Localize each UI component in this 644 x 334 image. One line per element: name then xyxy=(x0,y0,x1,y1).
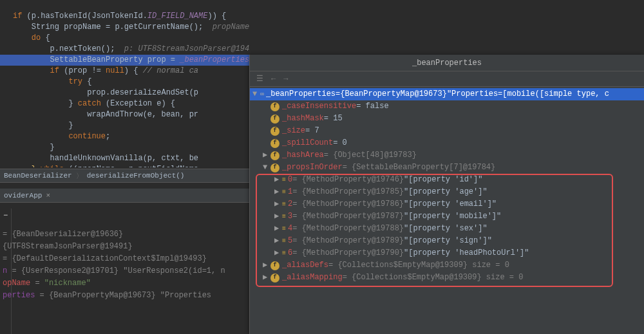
chevron-right-icon[interactable]: ▶ xyxy=(274,235,282,247)
code-token: continue xyxy=(13,132,106,141)
var-row[interactable]: = {BeanDeserializer@19636} xyxy=(3,228,249,241)
tree-row[interactable]: f_size = 7 xyxy=(250,125,644,137)
code-token: p.nextToken(); xyxy=(13,44,124,53)
chevron-right-icon[interactable]: ▶ xyxy=(274,174,282,186)
code-token: ID_FIELD_NAME xyxy=(147,12,208,21)
var-row[interactable]: {UTF8StreamJsonParser@19491} xyxy=(3,241,249,253)
array-element-icon: ≡ xyxy=(282,174,285,186)
breadcrumb: BeanDeserializer 〉 deserializeFromObject… xyxy=(0,169,249,183)
tree-root[interactable]: ▼ ∞ _beanProperties = {BeanPropertyMap@1… xyxy=(250,88,644,100)
chevron-right-icon[interactable]: ▶ xyxy=(263,149,270,162)
array-element-icon: ≡ xyxy=(282,186,285,198)
index-label: 1 xyxy=(288,186,292,198)
field-name: _aliasDefs xyxy=(282,259,328,272)
debug-tree[interactable]: ▼ ∞ _beanProperties = {BeanPropertyMap@1… xyxy=(250,87,644,284)
field-icon: f xyxy=(270,102,279,111)
field-icon: f xyxy=(270,115,279,124)
var-row[interactable]: n = {UserResponse2@19701} "UserResponse2… xyxy=(3,265,249,277)
code-token: } xyxy=(13,165,36,167)
chevron-down-icon[interactable]: ▼ xyxy=(252,88,260,100)
array-element-icon: ≡ xyxy=(282,198,285,210)
field-icon: f xyxy=(270,151,279,160)
index-label: 2 xyxy=(288,198,292,210)
breadcrumb-item[interactable]: BeanDeserializer xyxy=(4,172,72,180)
code-token: if xyxy=(13,12,22,21)
tree-row[interactable]: ▶≡4 = {MethodProperty@19788} "[property … xyxy=(250,223,644,235)
chevron-right-icon[interactable]: ▶ xyxy=(274,186,282,198)
array-element-icon: ≡ xyxy=(282,247,285,259)
field-name: _beanProperties xyxy=(266,88,336,100)
inline-debug-hint: p: UTF8StreamJsonParser@19491 xyxy=(124,44,249,53)
chevron-right-icon[interactable]: ▶ xyxy=(274,210,282,223)
forward-icon[interactable]: → xyxy=(283,75,288,84)
field-name: _propsInOrder xyxy=(282,162,343,174)
code-token: String propName = p.getCurrentName(); xyxy=(13,23,213,32)
chevron-right-icon[interactable]: ▶ xyxy=(274,223,282,235)
index-label: 5 xyxy=(288,235,292,247)
index-label: 3 xyxy=(288,210,292,223)
tree-row[interactable]: ▶≡0 = {MethodProperty@19746} "[property … xyxy=(250,174,644,186)
tree-row[interactable]: ▶≡5 = {MethodProperty@19789} "[property … xyxy=(250,235,644,247)
tree-row[interactable]: ▶≡3 = {MethodProperty@19787} "[property … xyxy=(250,210,644,223)
execution-line: SettableBeanProperty prop = _beanPropert… xyxy=(0,55,249,66)
field-name: _hashMask xyxy=(282,113,324,125)
code-token: wrapAndThrow(e, bean, pr xyxy=(13,110,198,119)
tree-row[interactable]: f_hashMask = 15 xyxy=(250,113,644,125)
field-name: _hashArea xyxy=(282,149,324,162)
chevron-right-icon[interactable]: ▶ xyxy=(263,272,270,284)
code-token: try xyxy=(13,77,82,86)
tree-row[interactable]: f_spillCount = 0 xyxy=(250,137,644,149)
tree-icon[interactable]: ☰ xyxy=(256,74,263,84)
field-icon: f xyxy=(270,127,279,136)
chevron-right-icon: 〉 xyxy=(76,171,83,181)
tree-row[interactable]: ▶≡2 = {MethodProperty@19786} "[property … xyxy=(250,198,644,210)
popup-toolbar: ☰ ← → xyxy=(250,71,644,87)
chevron-right-icon[interactable]: ▶ xyxy=(274,198,282,210)
field-icon: f xyxy=(270,139,279,148)
code-token: )) { xyxy=(207,12,226,21)
tree-row[interactable]: ▶≡1 = {MethodProperty@19785} "[property … xyxy=(250,186,644,198)
var-row[interactable]: perties = {BeanPropertyMap@19673} "Prope… xyxy=(3,290,249,302)
field-name: _aliasMapping xyxy=(282,272,343,284)
tree-row[interactable]: ▶≡6 = {MethodProperty@19790} "[property … xyxy=(250,247,644,259)
var-row[interactable]: = {DefaultDeserializationContext$Impl@19… xyxy=(3,253,249,265)
var-row[interactable]: opName = "nickname" xyxy=(3,277,249,290)
popup-title: _beanProperties xyxy=(250,55,644,71)
code-token: _beanProperties xyxy=(180,55,249,64)
tree-row[interactable]: ▶f_aliasMapping = {Collections$EmptyMap@… xyxy=(250,272,644,284)
code-token: ; xyxy=(106,132,110,141)
code-token: null xyxy=(106,66,124,75)
breadcrumb-item[interactable]: deserializeFromObject() xyxy=(87,172,185,180)
tree-row[interactable]: ▶f_aliasDefs = {Collections$EmptyMap@193… xyxy=(250,259,644,272)
code-token: (prop != xyxy=(59,66,106,75)
field-icon: f xyxy=(270,261,279,270)
tab-label[interactable]: oviderApp xyxy=(4,192,42,199)
field-name: _caseInsensitive xyxy=(282,100,356,113)
tree-row[interactable]: f_caseInsensitive = false xyxy=(250,100,644,113)
code-token: } xyxy=(13,121,73,130)
code-token: { xyxy=(41,33,50,42)
tree-row[interactable]: ▶f_hashArea = {Object[48]@19783} xyxy=(250,149,644,162)
code-editor[interactable]: if (p.hasTokenId(JsonTokenId.ID_FIELD_NA… xyxy=(0,0,249,167)
chevron-right-icon[interactable]: ▶ xyxy=(274,247,282,259)
field-name: _spillCount xyxy=(282,137,333,149)
array-element-icon: ≡ xyxy=(282,223,285,235)
code-token: if xyxy=(13,66,59,75)
close-icon[interactable]: × xyxy=(46,192,50,199)
code-token: } xyxy=(13,143,55,152)
chevron-down-icon[interactable]: ▼ xyxy=(263,162,270,174)
evaluate-popup: _beanProperties ☰ ← → ▼ ∞ _beanPropertie… xyxy=(249,55,644,334)
back-icon[interactable]: ← xyxy=(271,75,276,84)
index-label: 6 xyxy=(288,247,292,259)
index-label: 0 xyxy=(288,174,292,186)
code-token: ) { xyxy=(124,66,143,75)
code-token: ((propName = p.nextFieldName xyxy=(64,165,198,167)
chevron-right-icon[interactable]: ▶ xyxy=(263,259,270,272)
code-token: prop.deserializeAndSet(p xyxy=(13,88,198,97)
code-token: SettableBeanProperty prop = xyxy=(13,55,180,64)
code-token: do xyxy=(13,33,41,42)
field-name: _size xyxy=(282,125,305,137)
tab-bar: oviderApp × xyxy=(0,189,249,203)
variables-panel[interactable]: = {BeanDeserializer@19636} {UTF8StreamJs… xyxy=(0,228,249,334)
tree-row[interactable]: ▼f_propsInOrder = {SettableBeanProperty[… xyxy=(250,162,644,174)
